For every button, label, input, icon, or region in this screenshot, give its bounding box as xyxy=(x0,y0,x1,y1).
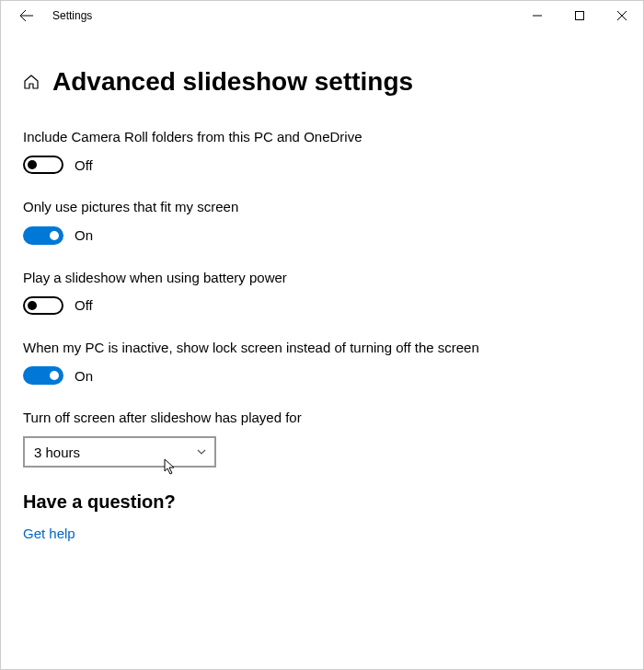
get-help-link[interactable]: Get help xyxy=(23,526,621,541)
setting-label: Turn off screen after slideshow has play… xyxy=(23,409,557,427)
toggle-battery-power[interactable] xyxy=(23,296,63,315)
close-button[interactable] xyxy=(601,1,643,30)
help-section-title: Have a question? xyxy=(23,491,621,513)
dropdown-value: 3 hours xyxy=(34,445,80,460)
setting-fit-screen: Only use pictures that fit my screen On xyxy=(23,198,621,244)
toggle-fit-screen[interactable] xyxy=(23,226,63,245)
maximize-icon xyxy=(575,11,584,20)
setting-label: Play a slideshow when using battery powe… xyxy=(23,269,557,287)
close-icon xyxy=(617,11,627,20)
toggle-state: On xyxy=(75,368,93,384)
setting-camera-roll: Include Camera Roll folders from this PC… xyxy=(23,128,621,174)
toggle-state: Off xyxy=(75,297,93,313)
page-header: Advanced slideshow settings xyxy=(23,67,621,97)
toggle-state: On xyxy=(75,227,93,243)
back-button[interactable] xyxy=(8,1,45,30)
minimize-icon xyxy=(533,11,542,20)
titlebar: Settings xyxy=(1,1,643,30)
setting-label: Only use pictures that fit my screen xyxy=(23,198,557,216)
toggle-state: Off xyxy=(75,157,93,173)
chevron-down-icon xyxy=(196,446,207,457)
content-area: Advanced slideshow settings Include Came… xyxy=(1,30,643,541)
setting-label: Include Camera Roll folders from this PC… xyxy=(23,128,557,146)
setting-inactive-lock: When my PC is inactive, show lock screen… xyxy=(23,339,621,385)
setting-turn-off-after: Turn off screen after slideshow has play… xyxy=(23,409,621,468)
toggle-camera-roll[interactable] xyxy=(23,156,63,174)
setting-label: When my PC is inactive, show lock screen… xyxy=(23,339,557,357)
toggle-inactive-lock[interactable] xyxy=(23,366,63,385)
window-title: Settings xyxy=(45,9,516,22)
home-icon[interactable] xyxy=(23,74,40,90)
svg-rect-0 xyxy=(576,12,584,20)
maximize-button[interactable] xyxy=(558,1,601,30)
setting-battery-power: Play a slideshow when using battery powe… xyxy=(23,269,621,315)
minimize-button[interactable] xyxy=(516,1,558,30)
turn-off-dropdown[interactable]: 3 hours xyxy=(23,436,216,468)
arrow-left-icon xyxy=(19,8,34,23)
page-title: Advanced slideshow settings xyxy=(52,67,413,97)
window-controls xyxy=(516,1,643,30)
